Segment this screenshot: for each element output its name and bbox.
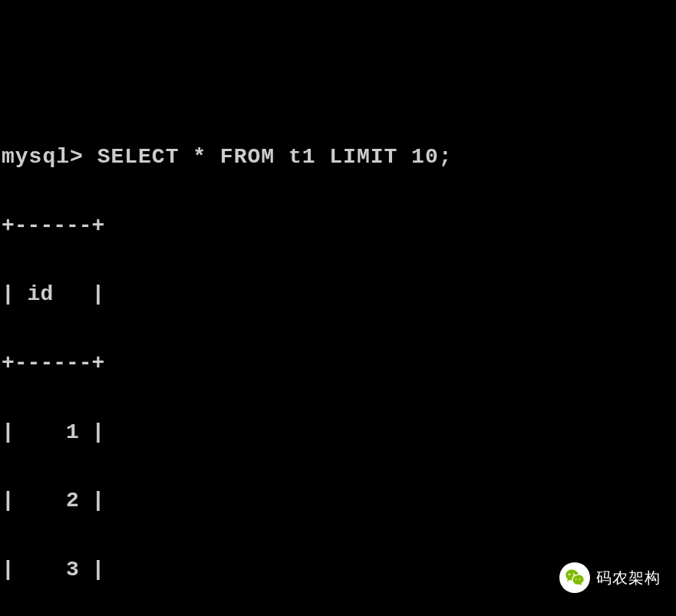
- mysql-prompt: mysql>: [2, 145, 84, 169]
- wechat-icon: [559, 562, 590, 593]
- table-row: | 1 |: [2, 416, 674, 450]
- table-row: | 2 |: [2, 484, 674, 519]
- table-border-mid: +------+: [2, 347, 674, 381]
- terminal-line-command: mysql> SELECT * FROM t1 LIMIT 10;: [2, 140, 674, 175]
- watermark-label: 码农架构: [596, 565, 661, 590]
- table-border-top: +------+: [2, 209, 674, 244]
- table-header-row: | id |: [2, 278, 674, 312]
- watermark: 码农架构: [559, 562, 661, 593]
- sql-command: SELECT * FROM t1 LIMIT 10;: [97, 145, 453, 169]
